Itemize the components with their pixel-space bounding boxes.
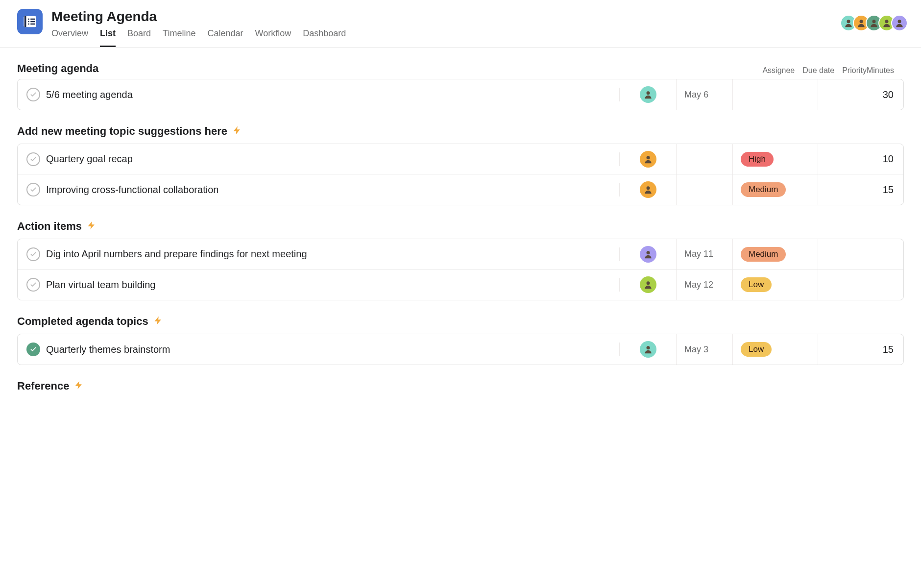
svg-point-14: [646, 156, 650, 159]
complete-task-button[interactable]: [26, 152, 40, 166]
task-row[interactable]: Dig into April numbers and prepare findi…: [18, 239, 903, 270]
due-date-cell[interactable]: May 12: [677, 270, 733, 300]
complete-task-button[interactable]: [26, 88, 40, 101]
section-header[interactable]: Completed agenda topics: [17, 315, 904, 328]
tab-list[interactable]: List: [100, 28, 116, 47]
minutes-cell[interactable]: [818, 239, 903, 269]
project-icon[interactable]: [17, 9, 43, 34]
priority-pill: Medium: [741, 182, 786, 197]
section-header[interactable]: Add new meeting topic suggestions here: [17, 125, 904, 138]
minutes-text: 10: [883, 153, 894, 165]
due-date-cell[interactable]: [677, 144, 733, 174]
complete-task-button[interactable]: [26, 343, 40, 356]
avatar[interactable]: [891, 15, 908, 31]
tab-dashboard[interactable]: Dashboard: [303, 28, 346, 47]
task-name: Dig into April numbers and prepare findi…: [46, 248, 307, 260]
tab-board[interactable]: Board: [127, 28, 151, 47]
collaborators[interactable]: [840, 15, 904, 31]
complete-task-button[interactable]: [26, 278, 40, 292]
column-header-minutes[interactable]: Minutes: [867, 66, 904, 75]
priority-cell[interactable]: Medium: [733, 239, 818, 269]
column-header-priority[interactable]: Priority: [834, 66, 867, 75]
section: Completed agenda topicsQuarterly themes …: [17, 315, 904, 365]
svg-point-13: [646, 91, 650, 95]
column-header-due-date[interactable]: Due date: [795, 66, 834, 75]
task-name: 5/6 meeting agenda: [46, 89, 133, 100]
task-list: Quarterly themes brainstormMay 3Low15: [17, 334, 904, 365]
column-header-assignee[interactable]: Assignee: [762, 66, 795, 75]
tab-overview[interactable]: Overview: [51, 28, 88, 47]
assignee-cell[interactable]: [620, 79, 677, 110]
svg-point-9: [860, 20, 863, 23]
task-name-cell: Quartery goal recap: [18, 152, 620, 166]
avatar: [640, 181, 656, 198]
due-date-cell[interactable]: [677, 174, 733, 205]
due-date-text: May 3: [684, 344, 708, 355]
due-date-cell[interactable]: May 11: [677, 239, 733, 269]
priority-pill: Low: [741, 277, 772, 292]
minutes-cell[interactable]: [818, 270, 903, 300]
svg-point-12: [898, 20, 901, 23]
priority-cell[interactable]: Low: [733, 270, 818, 300]
section-header-row: Meeting agenda Assignee Due date Priorit…: [17, 62, 904, 79]
tab-timeline[interactable]: Timeline: [163, 28, 195, 47]
minutes-cell[interactable]: 10: [818, 144, 903, 174]
due-date-cell[interactable]: May 6: [677, 79, 733, 110]
svg-point-16: [646, 251, 650, 254]
task-list: Quartery goal recapHigh10Improving cross…: [17, 144, 904, 205]
section-title: Reference: [17, 380, 69, 392]
section-header[interactable]: Action items: [17, 220, 904, 233]
content: Meeting agenda Assignee Due date Priorit…: [0, 48, 921, 422]
bolt-icon: [232, 125, 242, 138]
avatar: [640, 276, 656, 293]
tab-calendar[interactable]: Calendar: [207, 28, 243, 47]
task-name: Quartery goal recap: [46, 153, 133, 165]
task-row[interactable]: Quarterly themes brainstormMay 3Low15: [18, 334, 903, 365]
section-header[interactable]: Reference: [17, 380, 904, 392]
tab-workflow[interactable]: Workflow: [255, 28, 291, 47]
task-row[interactable]: 5/6 meeting agendaMay 630: [18, 79, 903, 110]
svg-point-11: [885, 20, 889, 23]
project-title[interactable]: Meeting Agenda: [51, 9, 346, 24]
complete-task-button[interactable]: [26, 183, 40, 196]
svg-point-17: [646, 281, 650, 285]
avatar: [640, 341, 656, 358]
list-icon: [23, 14, 37, 29]
avatar: [640, 151, 656, 168]
svg-point-10: [873, 20, 876, 23]
priority-cell[interactable]: Medium: [733, 174, 818, 205]
task-row[interactable]: Quartery goal recapHigh10: [18, 144, 903, 174]
assignee-cell[interactable]: [620, 144, 677, 174]
due-date-text: May 6: [684, 90, 708, 100]
assignee-cell[interactable]: [620, 334, 677, 365]
svg-rect-2: [28, 19, 29, 20]
assignee-cell[interactable]: [620, 174, 677, 205]
assignee-cell[interactable]: [620, 270, 677, 300]
avatar: [640, 246, 656, 263]
minutes-cell[interactable]: 15: [818, 334, 903, 365]
app-header: Meeting Agenda OverviewListBoardTimeline…: [0, 0, 921, 48]
priority-cell[interactable]: [733, 79, 818, 110]
priority-cell[interactable]: High: [733, 144, 818, 174]
task-list: 5/6 meeting agendaMay 630: [17, 79, 904, 110]
task-name-cell: 5/6 meeting agenda: [18, 88, 620, 101]
section: Action itemsDig into April numbers and p…: [17, 220, 904, 300]
task-name-cell: Quarterly themes brainstorm: [18, 343, 620, 356]
complete-task-button[interactable]: [26, 247, 40, 261]
bolt-icon: [87, 220, 97, 233]
priority-pill: Medium: [741, 247, 786, 262]
task-name-cell: Improving cross-functional collaboration: [18, 183, 620, 196]
title-area: Meeting Agenda OverviewListBoardTimeline…: [51, 9, 346, 47]
section-title[interactable]: Meeting agenda: [17, 62, 762, 75]
due-date-cell[interactable]: May 3: [677, 334, 733, 365]
minutes-text: 15: [883, 184, 894, 196]
task-row[interactable]: Plan virtual team buildingMay 12Low: [18, 270, 903, 300]
priority-cell[interactable]: Low: [733, 334, 818, 365]
minutes-cell[interactable]: 30: [818, 79, 903, 110]
section: Add new meeting topic suggestions hereQu…: [17, 125, 904, 205]
assignee-cell[interactable]: [620, 239, 677, 269]
task-row[interactable]: Improving cross-functional collaboration…: [18, 174, 903, 205]
minutes-text: 15: [883, 344, 894, 355]
minutes-cell[interactable]: 15: [818, 174, 903, 205]
tab-bar: OverviewListBoardTimelineCalendarWorkflo…: [51, 28, 346, 47]
